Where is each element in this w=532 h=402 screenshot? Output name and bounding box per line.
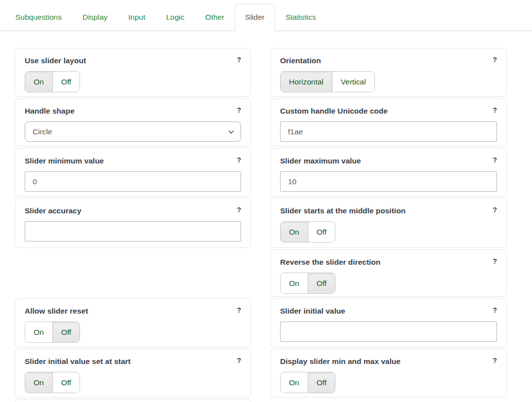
help-icon[interactable]: ? — [492, 306, 497, 315]
slider-maximum-value-label: Slider maximum value — [280, 156, 361, 166]
help-icon[interactable]: ? — [237, 106, 241, 115]
slider-starts-at-middle-position-option-off[interactable]: Off — [308, 222, 335, 242]
tab-other[interactable]: Other — [195, 4, 235, 31]
handle-shape-label: Handle shape — [25, 106, 75, 116]
reverse-slider-direction-toggle: OnOff — [280, 273, 335, 294]
reverse-slider-direction-option-on[interactable]: On — [281, 273, 308, 293]
slider-starts-at-middle-position-label: Slider starts at the middle position — [280, 205, 406, 216]
panel-reverse-slider-direction: Reverse the slider direction?OnOff — [270, 249, 507, 297]
panel-slider-initial-value: Slider initial value? — [270, 298, 507, 347]
tab-bar: SubquestionsDisplayInputLogicOtherSlider… — [0, 0, 532, 31]
handle-shape-select[interactable]: Circle — [25, 121, 241, 142]
slider-minimum-value-label: Slider minimum value — [25, 156, 104, 166]
orientation-label: Orientation — [280, 55, 321, 66]
slider-starts-at-middle-position-option-on[interactable]: On — [281, 222, 308, 242]
help-icon[interactable]: ? — [492, 55, 497, 64]
orientation-toggle: HorizontalVertical — [280, 71, 375, 92]
display-slider-min-and-max-value-option-on[interactable]: On — [281, 372, 308, 393]
panel-orientation: Orientation?HorizontalVertical — [270, 48, 507, 97]
help-icon[interactable]: ? — [492, 356, 497, 365]
slider-initial-value-set-at-start-label: Slider initial value set at start — [25, 356, 131, 366]
display-slider-min-and-max-value-toggle: OnOff — [280, 372, 335, 393]
help-icon[interactable]: ? — [492, 257, 497, 266]
tab-statistics[interactable]: Statistics — [275, 4, 327, 31]
panel-allow-slider-reset: Allow slider reset?OnOff — [15, 298, 251, 347]
panel-slider-minimum-value: Slider minimum value? — [15, 148, 251, 197]
slider-initial-value-input[interactable] — [280, 322, 497, 342]
slider-minimum-value-input[interactable] — [25, 171, 241, 192]
help-icon[interactable]: ? — [237, 156, 241, 164]
panel-use-slider-layout: Use slider layout?OnOff — [15, 48, 251, 97]
custom-handle-unicode-code-label: Custom handle Unicode code — [280, 106, 388, 116]
panel-display-slider-min-and-max-value: Display slider min and max value?OnOff — [270, 349, 507, 398]
slider-accuracy-label: Slider accuracy — [25, 205, 82, 216]
allow-slider-reset-label: Allow slider reset — [25, 306, 88, 316]
slider-maximum-value-input[interactable] — [280, 171, 497, 192]
tab-logic[interactable]: Logic — [156, 4, 195, 31]
allow-slider-reset-option-off[interactable]: Off — [53, 322, 80, 342]
slider-initial-value-set-at-start-option-on[interactable]: On — [25, 372, 53, 393]
allow-slider-reset-toggle: OnOff — [25, 322, 80, 343]
tab-subquestions[interactable]: Subquestions — [5, 4, 72, 31]
help-icon[interactable]: ? — [237, 356, 241, 365]
handle-shape-select-wrap: Circle — [25, 121, 241, 142]
tab-display[interactable]: Display — [72, 4, 118, 31]
allow-slider-reset-option-on[interactable]: On — [25, 322, 53, 342]
slider-initial-value-set-at-start-toggle: OnOff — [25, 372, 80, 393]
panel-next-setting-cut-off — [15, 399, 251, 402]
display-slider-min-and-max-value-option-off[interactable]: Off — [308, 372, 335, 393]
panel-slider-initial-value-set-at-start: Slider initial value set at start?OnOff — [15, 349, 251, 398]
use-slider-layout-option-on[interactable]: On — [25, 72, 53, 92]
panel-slider-maximum-value: Slider maximum value? — [270, 148, 507, 197]
use-slider-layout-option-off[interactable]: Off — [53, 72, 80, 92]
tab-slider[interactable]: Slider — [235, 4, 275, 31]
help-icon[interactable]: ? — [237, 55, 241, 64]
reverse-slider-direction-label: Reverse the slider direction — [280, 257, 380, 267]
slider-initial-value-label: Slider initial value — [280, 306, 345, 316]
help-icon[interactable]: ? — [237, 205, 241, 214]
reverse-slider-direction-option-off[interactable]: Off — [308, 273, 335, 293]
display-slider-min-and-max-value-label: Display slider min and max value — [280, 356, 401, 366]
orientation-option-vertical[interactable]: Vertical — [332, 72, 374, 92]
settings-grid: Use slider layout?OnOffOrientation?Horiz… — [15, 48, 532, 402]
help-icon[interactable]: ? — [492, 205, 497, 214]
use-slider-layout-label: Use slider layout — [25, 55, 86, 66]
tab-input[interactable]: Input — [118, 4, 156, 31]
help-icon[interactable]: ? — [492, 106, 497, 115]
panel-custom-handle-unicode-code: Custom handle Unicode code? — [270, 98, 507, 147]
panel-handle-shape: Handle shape?Circle — [15, 98, 251, 147]
slider-initial-value-set-at-start-option-off[interactable]: Off — [53, 372, 80, 393]
panel-slider-accuracy: Slider accuracy? — [15, 198, 251, 248]
help-icon[interactable]: ? — [492, 156, 497, 164]
help-icon[interactable]: ? — [237, 306, 241, 315]
use-slider-layout-toggle: OnOff — [25, 71, 80, 92]
panel-slider-starts-at-middle-position: Slider starts at the middle position?OnO… — [270, 198, 507, 248]
slider-starts-at-middle-position-toggle: OnOff — [280, 221, 335, 242]
slider-accuracy-input[interactable] — [25, 221, 241, 241]
orientation-option-horizontal[interactable]: Horizontal — [281, 72, 332, 92]
custom-handle-unicode-code-input[interactable] — [280, 121, 497, 142]
